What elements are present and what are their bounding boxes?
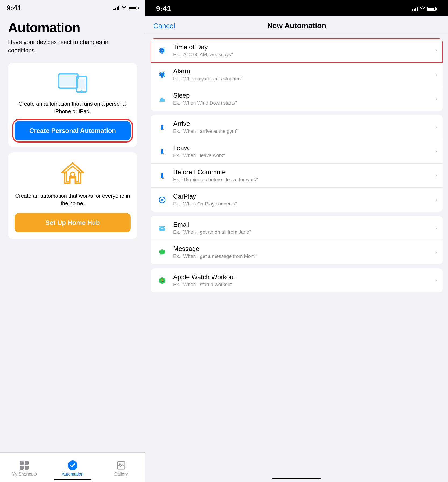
row-title: Message [173,245,433,253]
status-icons-left [113,5,139,11]
list-row[interactable]: 🏃 Apple Watch WorkoutEx. "When I start a… [151,268,443,292]
row-icon-commute [156,169,168,182]
status-bar-right: 9:41 [145,0,448,16]
svg-rect-9 [25,466,29,470]
left-panel: 9:41 Automation Have your devices react … [0,0,145,482]
row-icon-leave [156,145,168,158]
setup-home-hub-button[interactable]: Set Up Home Hub [15,213,131,232]
personal-card-description: Create an automation that runs on a pers… [15,100,131,115]
row-text: Before I CommuteEx. "15 minutes before I… [173,168,433,183]
device-icon [15,71,131,95]
svg-rect-32 [159,226,165,231]
row-icon-clock [156,69,168,81]
tab-gallery-label: Gallery [114,472,128,477]
row-text: ArriveEx. "When I arrive at the gym" [173,120,433,134]
tab-my-shortcuts[interactable]: My Shortcuts [0,460,48,477]
row-title: Apple Watch Workout [173,273,433,281]
tab-automation-label: Automation [62,472,84,477]
chevron-icon: › [435,71,437,78]
row-title: Alarm [173,68,433,75]
chevron-icon: › [435,124,437,131]
row-subtitle: Ex. "When CarPlay connects" [173,201,433,207]
row-title: Before I Commute [173,168,433,176]
row-title: Email [173,221,433,228]
svg-text:🏃: 🏃 [159,278,165,283]
svg-rect-23 [159,101,165,102]
wifi-icon-right [419,6,425,12]
cancel-button[interactable]: Cancel [153,22,175,30]
svg-rect-3 [78,79,85,89]
list-row[interactable]: MessageEx. "When I get a message from Mo… [151,240,443,264]
row-icon-workout: 🏃 [156,274,168,287]
chevron-icon: › [435,225,437,232]
create-personal-automation-button[interactable]: Create Personal Automation [15,121,131,140]
svg-point-4 [81,90,82,91]
svg-rect-8 [20,466,24,470]
row-subtitle: Ex. "When I leave work" [173,153,433,158]
row-title: CarPlay [173,193,433,200]
chevron-icon: › [435,277,437,284]
nav-title: New Automation [267,22,326,30]
list-row[interactable]: Time of DayEx. "At 8:00 AM, weekdays"› [151,38,443,63]
list-row[interactable]: ArriveEx. "When I arrive at the gym"› [151,115,443,139]
chevron-icon: › [435,148,437,155]
row-subtitle: Ex. "When I get a message from Mom" [173,254,433,259]
svg-point-5 [70,172,75,176]
tab-gallery[interactable]: Gallery [97,460,145,477]
nav-bar: Cancel New Automation [145,16,448,33]
battery-icon-right [427,7,437,11]
row-text: SleepEx. "When Wind Down starts" [173,92,433,106]
row-subtitle: Ex. "When I arrive at the gym" [173,129,433,134]
row-icon-message [156,246,168,258]
row-text: MessageEx. "When I get a message from Mo… [173,245,433,259]
list-section-1: ArriveEx. "When I arrive at the gym"› Le… [151,115,443,212]
battery-icon [129,6,139,10]
list-section-2: EmailEx. "When I get an email from Jane"… [151,216,443,264]
row-icon-email [156,222,168,234]
list-row[interactable]: LeaveEx. "When I leave work"› [151,139,443,164]
row-subtitle: Ex. "When I get an email from Jane" [173,229,433,235]
signal-icon-right [412,7,418,11]
row-title: Arrive [173,120,433,127]
row-title: Leave [173,144,433,152]
row-subtitle: Ex. "When my alarm is stopped" [173,76,433,82]
right-panel: 9:41 Cancel New Automation [145,0,448,482]
home-icon [15,160,131,187]
list-row[interactable]: SleepEx. "When Wind Down starts"› [151,87,443,111]
home-indicator-right [272,478,321,479]
row-subtitle: Ex. "When I start a workout" [173,282,433,288]
chevron-icon: › [435,95,437,102]
svg-rect-6 [20,461,24,465]
home-card-description: Create an automation that works for ever… [15,192,131,207]
list-container: Time of DayEx. "At 8:00 AM, weekdays"› A… [145,33,448,469]
row-icon-arrive [156,121,168,133]
row-title: Time of Day [173,43,433,51]
chevron-icon: › [435,172,437,179]
row-subtitle: Ex. "15 minutes before I leave for work" [173,177,433,183]
signal-icon [113,6,119,10]
tab-automation[interactable]: Automation [48,460,97,477]
left-content: Automation Have your devices react to ch… [0,15,145,452]
row-title: Sleep [173,92,433,99]
list-row[interactable]: EmailEx. "When I get an email from Jane"… [151,216,443,240]
list-row[interactable]: CarPlayEx. "When CarPlay connects"› [151,188,443,212]
svg-rect-22 [161,98,163,100]
tab-bar: My Shortcuts Automation Gallery [0,452,145,482]
status-icons-right [412,6,437,12]
svg-point-12 [119,463,121,465]
time-left: 9:41 [6,4,22,12]
right-screen: Cancel New Automation Time of DayEx. "At… [145,16,448,482]
list-row[interactable]: Before I CommuteEx. "15 minutes before I… [151,164,443,188]
page-subtitle: Have your devices react to changes in co… [8,38,137,55]
row-text: Apple Watch WorkoutEx. "When I start a w… [173,273,433,288]
svg-rect-7 [25,461,29,465]
row-text: EmailEx. "When I get an email from Jane" [173,221,433,235]
tab-my-shortcuts-label: My Shortcuts [12,472,37,477]
row-icon-clock [156,44,168,57]
automation-icon [67,460,78,471]
chevron-icon: › [435,249,437,256]
list-section-3: 🏃 Apple Watch WorkoutEx. "When I start a… [151,268,443,292]
list-section-0: Time of DayEx. "At 8:00 AM, weekdays"› A… [151,38,443,111]
chevron-icon: › [435,47,437,54]
list-row[interactable]: AlarmEx. "When my alarm is stopped"› [151,63,443,87]
